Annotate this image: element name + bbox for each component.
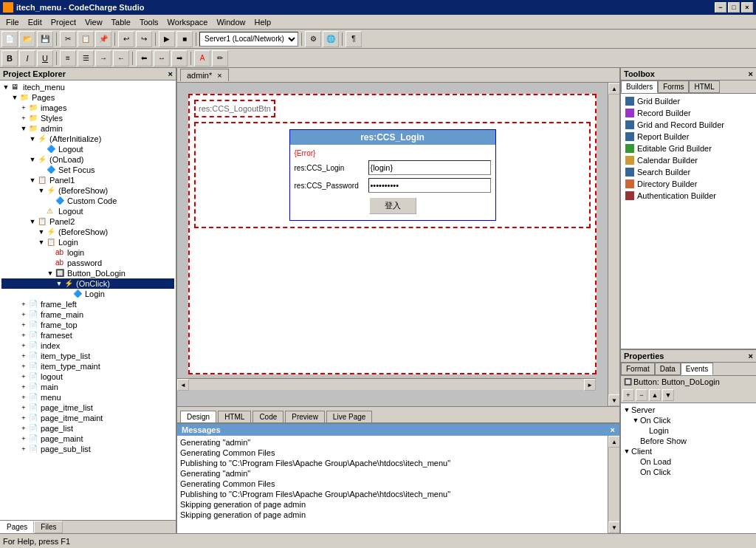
align-left[interactable]: ⬅ (136, 50, 152, 66)
redo-button[interactable]: ↪ (136, 31, 152, 47)
menu-view[interactable]: View (80, 16, 107, 28)
tree-item-pages[interactable]: ▼ 📁 Pages (1, 92, 174, 103)
prop-expand-server[interactable]: ▼ (622, 406, 631, 414)
expand-icon[interactable]: ▼ (10, 93, 19, 102)
minimize-button[interactable]: − (715, 2, 726, 13)
generate-button[interactable]: ▶ (159, 31, 175, 47)
underline-button[interactable]: U (37, 50, 53, 66)
tree-item-main[interactable]: + 📄 main (1, 382, 174, 392)
prop-expand-onclick[interactable]: ▼ (631, 417, 640, 424)
expand-icon[interactable]: + (19, 352, 28, 360)
expand-icon[interactable]: + (19, 393, 28, 402)
tree-item-admin[interactable]: ▼ 📁 admin (1, 123, 174, 134)
toolbox-search-builder[interactable]: Search Builder (622, 166, 755, 178)
tab-live-page[interactable]: Live Page (326, 411, 372, 422)
tree-item-menu[interactable]: + 📄 menu (1, 392, 174, 403)
new-button[interactable]: 📄 (1, 31, 18, 47)
messages-close[interactable]: × (611, 425, 615, 434)
expand-icon[interactable]: ▼ (28, 134, 37, 143)
toolbox-grid-builder[interactable]: Grid Builder (622, 95, 755, 107)
editor-tab-admin[interactable]: admin* × (180, 69, 229, 81)
messages-scrollbar[interactable]: ▲ ▼ (608, 436, 619, 533)
expand-icon[interactable]: + (19, 103, 28, 112)
pen-button[interactable]: ✏ (212, 50, 228, 66)
expand-icon[interactable]: ▼ (1, 83, 10, 92)
tree-item-afterinit[interactable]: ▼ ⚡ (AfterInitialize) (1, 134, 174, 144)
publish-button[interactable]: 🌐 (323, 31, 339, 47)
tree-item-logout-page[interactable]: + 📄 logout (1, 371, 174, 382)
stop-button[interactable]: ■ (176, 31, 193, 47)
prop-tab-format[interactable]: Format (621, 363, 655, 375)
bold-button[interactable]: B (1, 50, 18, 66)
prop-expand-client[interactable]: ▼ (622, 448, 631, 455)
expand-icon[interactable] (46, 196, 55, 205)
tree-item-frame-left[interactable]: + 📄 frame_left (1, 299, 174, 309)
expand-icon[interactable]: ▼ (28, 217, 37, 226)
expand-icon[interactable] (37, 165, 46, 174)
tree-item-logout2[interactable]: ⚠ Logout (1, 206, 174, 216)
expand-icon[interactable]: ▼ (28, 176, 37, 185)
expand-icon[interactable] (46, 258, 55, 267)
expand-icon[interactable]: + (19, 403, 28, 412)
prop-down-button[interactable]: ▼ (662, 389, 674, 401)
scroll-down-button[interactable]: ▼ (608, 394, 619, 406)
align-right[interactable]: ➡ (171, 50, 188, 66)
prop-remove-button[interactable]: − (636, 389, 647, 401)
tree-item-frame-main[interactable]: + 📄 frame_main (1, 309, 174, 320)
prop-onload[interactable]: On Load (622, 456, 755, 467)
prop-onclick[interactable]: ▼ On Click (622, 415, 755, 425)
prop-beforeshow[interactable]: Before Show (622, 436, 755, 446)
toolbox-directory-builder[interactable]: Directory Builder (622, 178, 755, 190)
scroll-left-button[interactable]: ◄ (177, 379, 189, 391)
align-center[interactable]: ↔ (154, 50, 170, 66)
italic-button[interactable]: I (19, 50, 35, 66)
server-dropdown[interactable]: Server1 (Local/Network) (199, 32, 298, 47)
expand-icon[interactable]: ▼ (37, 186, 46, 195)
expand-icon[interactable]: + (19, 114, 28, 123)
expand-icon[interactable]: ▼ (19, 124, 28, 133)
close-button[interactable]: × (741, 2, 753, 13)
tree-item-login-action[interactable]: 🔷 Login (1, 289, 174, 299)
list-button[interactable]: ≡ (60, 50, 76, 66)
tree-item-itech-menu[interactable]: ▼ 🖥 itech_menu (1, 82, 174, 92)
project-explorer-close[interactable]: × (168, 69, 173, 78)
toolbox-tab-html[interactable]: HTML (689, 81, 719, 93)
msg-scroll-up[interactable]: ▲ (608, 436, 619, 448)
tab-preview[interactable]: Preview (285, 411, 325, 422)
expand-icon[interactable] (63, 290, 72, 298)
tree-item-page-itme-maint[interactable]: + 📄 page_itme_maint (1, 413, 174, 423)
tree-item-login-form[interactable]: ▼ 📋 Login (1, 237, 174, 247)
menu-table[interactable]: Table (107, 16, 135, 28)
prop-server[interactable]: ▼ Server (622, 405, 755, 415)
expand-icon[interactable]: ▼ (37, 227, 46, 236)
undo-button[interactable]: ↩ (118, 31, 134, 47)
tree-item-onload[interactable]: ▼ ⚡ (OnLoad) (1, 154, 174, 165)
expand-icon[interactable]: + (19, 321, 28, 329)
tree-item-item-type-maint[interactable]: + 📄 item_type_maint (1, 361, 174, 371)
prop-client-onclick[interactable]: On Click (622, 467, 755, 477)
font-color[interactable]: A (194, 50, 210, 66)
properties-close[interactable]: × (749, 352, 753, 360)
toolbox-tab-builders[interactable]: Builders (621, 81, 658, 93)
prop-client[interactable]: ▼ Client (622, 446, 755, 456)
menu-file[interactable]: File (1, 16, 24, 28)
tab-pages[interactable]: Pages (0, 521, 34, 533)
expand-icon[interactable]: + (19, 362, 28, 371)
expand-icon[interactable]: ▼ (28, 155, 37, 164)
maximize-button[interactable]: □ (728, 2, 740, 13)
msg-scroll-down[interactable]: ▼ (608, 521, 619, 533)
tree-item-index[interactable]: + 📄 index (1, 340, 174, 351)
vertical-scroll-track[interactable] (608, 95, 619, 394)
expand-icon[interactable]: + (19, 414, 28, 422)
tree-item-logout1[interactable]: 🔷 Logout (1, 144, 174, 154)
tree-item-page-sub-list[interactable]: + 📄 page_sub_list (1, 444, 174, 454)
expand-icon[interactable]: + (19, 445, 28, 453)
tree-item-customcode[interactable]: 🔷 Custom Code (1, 196, 174, 206)
tree-item-page-itme-list[interactable]: + 📄 page_itme_list (1, 403, 174, 413)
password-input[interactable] (368, 178, 491, 193)
close-tab-button[interactable]: × (217, 71, 221, 80)
tree-item-item-type-list[interactable]: + 📄 item_type_list (1, 351, 174, 361)
expand-icon[interactable]: + (19, 424, 28, 433)
copy-button[interactable]: 📋 (78, 31, 94, 47)
login-input[interactable] (368, 160, 491, 175)
